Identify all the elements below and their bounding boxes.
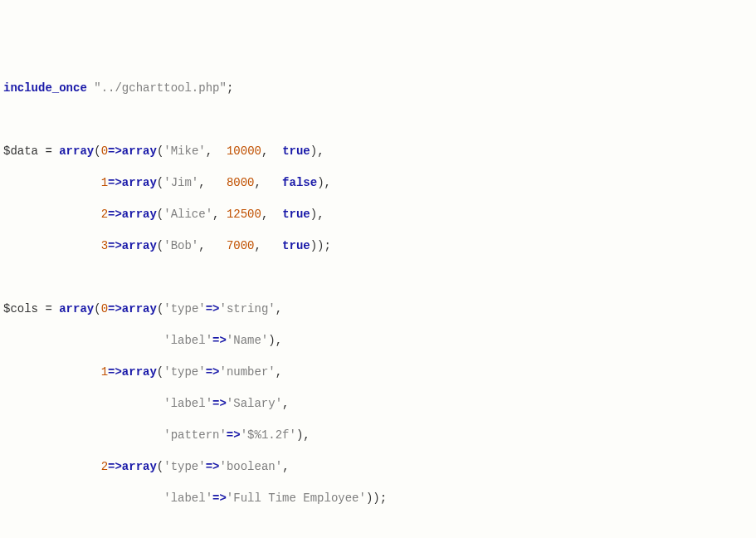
code-line-blank	[0, 270, 756, 286]
code-line-blank	[0, 522, 756, 538]
number-literal: 2	[101, 208, 108, 221]
keyword-array: array	[122, 208, 157, 221]
keyword-array: array	[59, 302, 94, 315]
string-literal: "../gcharttool.php"	[94, 81, 227, 95]
string-literal: 'type'	[163, 302, 205, 315]
number-literal: 10000	[227, 144, 261, 158]
var-assign: $cols =	[3, 302, 59, 315]
code-line: 3=>array('Bob', 7000, true));	[0, 238, 756, 254]
arrow-op: =>	[212, 492, 227, 505]
var-assign: $data =	[3, 144, 59, 158]
arrow-op: =>	[108, 144, 122, 158]
string-literal: 'Full Time Employee'	[227, 492, 366, 505]
number-literal: 3	[101, 239, 108, 252]
string-literal: 'Salary'	[227, 397, 282, 410]
number-literal: 1	[101, 365, 108, 379]
keyword-array: array	[122, 239, 157, 252]
code-line: include_once "../gcharttool.php";	[0, 81, 756, 96]
bool-literal: true	[282, 144, 310, 158]
number-literal: 2	[101, 460, 108, 473]
code-editor[interactable]: include_once "../gcharttool.php"; $data …	[0, 63, 756, 538]
string-literal: 'Mike'	[163, 144, 205, 158]
number-literal: 1	[101, 176, 108, 189]
code-line: $data = array(0=>array('Mike', 10000, tr…	[0, 144, 756, 159]
arrow-op: =>	[227, 428, 241, 442]
string-literal: 'Name'	[227, 334, 268, 347]
string-literal: 'type'	[163, 460, 205, 473]
code-line: 'label'=>'Salary',	[0, 396, 756, 412]
number-literal: 7000	[227, 239, 255, 252]
code-line: $cols = array(0=>array('type'=>'string',	[0, 301, 756, 317]
arrow-op: =>	[108, 176, 122, 189]
semicolon: ;	[227, 81, 233, 95]
string-literal: '$%1.2f'	[241, 428, 296, 442]
string-literal: 'Bob'	[163, 239, 198, 252]
string-literal: 'label'	[163, 492, 212, 505]
arrow-op: =>	[212, 334, 227, 347]
arrow-op: =>	[206, 460, 220, 473]
keyword-array: array	[59, 144, 94, 158]
keyword-array: array	[122, 302, 157, 315]
arrow-op: =>	[212, 397, 227, 410]
number-literal: 0	[101, 302, 108, 315]
code-line: 1=>array('type'=>'number',	[0, 364, 756, 380]
arrow-op: =>	[108, 365, 122, 379]
string-literal: 'number'	[220, 365, 276, 379]
keyword-array: array	[122, 365, 157, 379]
bool-literal: true	[282, 239, 310, 252]
string-literal: 'string'	[220, 302, 276, 315]
string-literal: 'label'	[163, 334, 212, 347]
code-line: 2=>array('Alice', 12500, true),	[0, 207, 756, 223]
number-literal: 0	[101, 144, 108, 158]
keyword-array: array	[122, 460, 157, 473]
keyword-include: include_once	[3, 81, 87, 95]
keyword-array: array	[122, 144, 157, 158]
code-line: 2=>array('type'=>'boolean',	[0, 459, 756, 475]
bool-literal: false	[282, 176, 317, 189]
arrow-op: =>	[206, 302, 220, 315]
number-literal: 12500	[227, 208, 261, 221]
string-literal: 'pattern'	[163, 428, 227, 442]
code-line-blank	[0, 112, 756, 128]
arrow-op: =>	[108, 460, 122, 473]
string-literal: 'boolean'	[220, 460, 283, 473]
code-line: 1=>array('Jim', 8000, false),	[0, 175, 756, 191]
keyword-array: array	[122, 176, 157, 189]
code-line: 'pattern'=>'$%1.2f'),	[0, 428, 756, 443]
string-literal: 'Jim'	[163, 176, 198, 189]
code-line: 'label'=>'Full Time Employee'));	[0, 491, 756, 506]
bool-literal: true	[282, 208, 310, 221]
arrow-op: =>	[206, 365, 220, 379]
arrow-op: =>	[108, 302, 122, 315]
arrow-op: =>	[108, 239, 122, 252]
string-literal: 'label'	[163, 397, 212, 410]
string-literal: 'type'	[163, 365, 205, 379]
number-literal: 8000	[227, 176, 255, 189]
arrow-op: =>	[108, 208, 122, 221]
string-literal: 'Alice'	[163, 208, 212, 221]
code-line: 'label'=>'Name'),	[0, 333, 756, 349]
